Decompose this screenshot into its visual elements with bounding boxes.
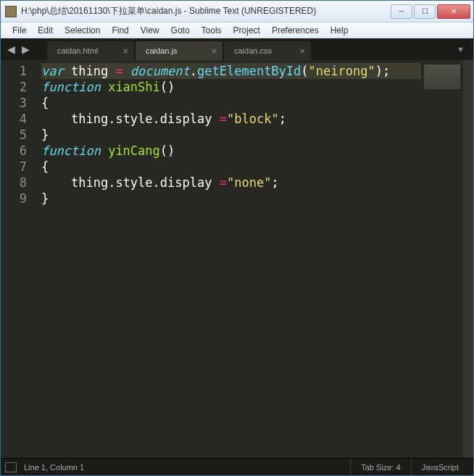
tab-label: caidan.html <box>57 46 98 55</box>
minimap[interactable] <box>421 60 463 458</box>
dot: . <box>153 175 160 190</box>
nav-forward-icon[interactable]: ▶ <box>18 42 33 57</box>
nav-back-icon[interactable]: ◀ <box>4 42 18 57</box>
paren: ) <box>375 64 383 78</box>
minimize-button[interactable]: ─ <box>391 4 412 19</box>
tab-size[interactable]: Tab Size: 4 <box>350 459 410 475</box>
string: "neirong" <box>309 64 375 78</box>
menu-view[interactable]: View <box>135 24 165 37</box>
statusbar: Line 1, Column 1 Tab Size: 4 JavaScript <box>1 458 473 475</box>
string: "block" <box>227 112 279 126</box>
vertical-scrollbar[interactable] <box>463 60 473 458</box>
keyword: function <box>41 143 101 158</box>
operator: = <box>220 112 227 126</box>
maximize-button[interactable]: ☐ <box>414 4 436 19</box>
dot: . <box>108 175 115 190</box>
tab-label: caidan.js <box>146 46 177 55</box>
indent <box>41 175 71 190</box>
paren: ( <box>160 143 167 158</box>
brace: { <box>41 159 49 174</box>
property: display <box>160 175 220 190</box>
tab-caidan-html[interactable]: caidan.html × <box>47 41 134 60</box>
space <box>101 143 108 158</box>
menu-project[interactable]: Project <box>228 24 266 37</box>
keyword: function <box>41 80 101 94</box>
close-icon[interactable]: × <box>299 46 305 57</box>
menubar: File Edit Selection Find View Goto Tools… <box>1 22 473 38</box>
function-name: yinCang <box>108 143 160 158</box>
menu-preferences[interactable]: Preferences <box>266 24 325 37</box>
line-number: 5 <box>4 127 27 143</box>
line-number: 1 <box>4 63 27 79</box>
menu-selection[interactable]: Selection <box>59 24 106 37</box>
window-controls: ─ ☐ ✕ <box>389 4 470 19</box>
line-number: 2 <box>4 79 27 95</box>
line-number: 6 <box>4 143 27 159</box>
menu-file[interactable]: File <box>7 24 32 37</box>
paren: ( <box>160 80 167 94</box>
close-icon[interactable]: × <box>211 46 217 57</box>
tab-caidan-js[interactable]: caidan.js × <box>136 41 223 60</box>
space <box>123 64 130 78</box>
tab-bar: ◀ ▶ caidan.html × caidan.js × caidan.css… <box>1 38 473 60</box>
code-area[interactable]: var thing = document.getElementById("nei… <box>37 60 421 458</box>
property: style <box>115 112 152 126</box>
object: document <box>130 64 190 78</box>
string: "none" <box>227 175 271 190</box>
editor[interactable]: 1 2 3 4 5 6 7 8 9 var thing = document.g… <box>1 60 473 458</box>
line-number: 4 <box>4 111 27 127</box>
operator: = <box>115 64 122 78</box>
status-panel-icon[interactable] <box>5 462 17 472</box>
line-number: 3 <box>4 95 27 111</box>
app-icon <box>5 6 17 17</box>
dot: . <box>108 112 115 126</box>
function-name: xianShi <box>108 80 160 94</box>
brace: { <box>41 96 49 110</box>
brace: } <box>41 191 49 206</box>
titlebar[interactable]: H:\php\总结\20161130\下拉菜单\caidan.js - Subl… <box>1 1 473 22</box>
identifier: thing <box>71 175 108 190</box>
operator: = <box>220 175 227 190</box>
brace: } <box>41 128 49 142</box>
menu-find[interactable]: Find <box>106 24 134 37</box>
semi: ; <box>383 64 390 78</box>
menu-edit[interactable]: Edit <box>32 24 59 37</box>
dot: . <box>190 64 197 78</box>
window-title: H:\php\总结\20161130\下拉菜单\caidan.js - Subl… <box>21 5 389 17</box>
menu-goto[interactable]: Goto <box>165 24 196 37</box>
semi: ; <box>271 175 278 190</box>
app-window: H:\php\总结\20161130\下拉菜单\caidan.js - Subl… <box>0 0 474 476</box>
semi: ; <box>279 112 286 126</box>
line-number: 7 <box>4 159 27 175</box>
tab-caidan-css[interactable]: caidan.css × <box>224 41 311 60</box>
line-gutter: 1 2 3 4 5 6 7 8 9 <box>1 60 37 458</box>
paren: ) <box>167 143 175 158</box>
paren: ( <box>301 64 308 78</box>
tab-label: caidan.css <box>234 46 272 55</box>
keyword: var <box>41 64 64 78</box>
close-button[interactable]: ✕ <box>437 4 470 19</box>
menu-help[interactable]: Help <box>325 24 354 37</box>
function-call: getElementById <box>197 64 301 78</box>
property: display <box>160 112 220 126</box>
property: style <box>115 175 152 190</box>
syntax-mode[interactable]: JavaScript <box>411 459 469 475</box>
line-number: 8 <box>4 175 27 191</box>
space <box>101 80 108 94</box>
minimap-viewport[interactable] <box>424 64 460 89</box>
paren: ) <box>167 80 175 94</box>
chevron-down-icon[interactable]: ▼ <box>457 45 465 54</box>
close-icon[interactable]: × <box>122 46 128 57</box>
tabs: caidan.html × caidan.js × caidan.css × <box>47 38 312 60</box>
cursor-position[interactable]: Line 1, Column 1 <box>24 463 84 472</box>
identifier: thing <box>71 112 108 126</box>
line-number: 9 <box>4 191 27 206</box>
menu-tools[interactable]: Tools <box>196 24 228 37</box>
indent <box>41 112 71 126</box>
dot: . <box>153 112 160 126</box>
identifier: thing <box>64 64 116 78</box>
